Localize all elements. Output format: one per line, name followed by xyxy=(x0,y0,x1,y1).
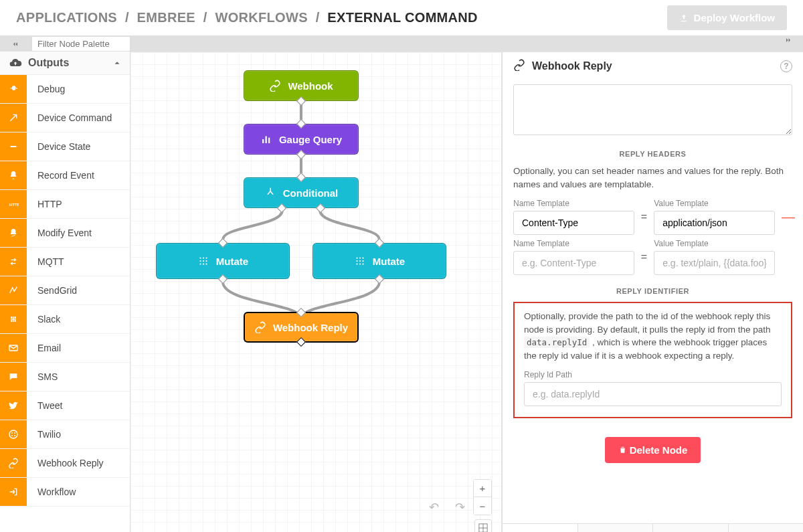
identifier-description: Optionally, provide the path to the id o… xyxy=(524,310,782,362)
svg-rect-0 xyxy=(10,146,16,147)
mail-icon xyxy=(0,334,27,362)
grid-icon xyxy=(354,255,366,267)
deploy-workflow-button[interactable]: Deploy Workflow xyxy=(667,5,787,30)
crumb-app[interactable]: EMBREE xyxy=(137,10,195,25)
delete-node-button[interactable]: Delete Node xyxy=(605,437,701,463)
topbar: APPLICATIONS / EMBREE / WORKFLOWS / EXTE… xyxy=(0,0,803,36)
palette-node-mqtt[interactable]: MQTT xyxy=(0,248,130,276)
section-reply-identifier: REPLY IDENTIFIER xyxy=(513,287,792,295)
palette-node-webhook-reply[interactable]: Webhook Reply xyxy=(0,449,130,478)
svg-point-10 xyxy=(11,432,13,434)
palette-node-debug[interactable]: Debug xyxy=(0,75,130,104)
help-button[interactable]: ? xyxy=(780,60,792,72)
http-icon: HTTP xyxy=(0,190,27,218)
reply-id-path-input[interactable] xyxy=(524,382,782,406)
inspector-panel: Webhook Reply ? REPLY HEADERS Optionally… xyxy=(502,52,803,532)
remove-header-button[interactable]: — xyxy=(782,209,792,225)
svg-point-27 xyxy=(205,263,207,264)
node-mutate-left[interactable]: Mutate xyxy=(156,243,290,279)
redo-button[interactable]: ↷ xyxy=(451,499,469,515)
node-mutate-right[interactable]: Mutate xyxy=(313,243,446,279)
palette-node-workflow[interactable]: Workflow xyxy=(0,478,130,507)
svg-rect-7 xyxy=(11,319,16,319)
header-name-input-1[interactable] xyxy=(513,211,634,235)
palette-node-label: Twilio xyxy=(27,429,61,440)
svg-point-32 xyxy=(359,260,361,262)
node-conditional-label: Conditional xyxy=(283,187,339,199)
palette-node-twilio[interactable]: Twilio xyxy=(0,420,130,449)
tab-storage[interactable]: Storage xyxy=(729,524,804,532)
svg-rect-17 xyxy=(265,137,266,144)
node-conditional[interactable]: Conditional xyxy=(244,177,359,208)
svg-point-33 xyxy=(362,260,363,262)
node-gauge-query[interactable]: Gauge Query xyxy=(244,124,359,155)
palette-node-label: Record Event xyxy=(27,170,94,181)
palette-node-sendgrid[interactable]: SendGrid xyxy=(0,276,130,305)
tab-debug[interactable]: Debug xyxy=(578,524,654,532)
collapse-left-button[interactable] xyxy=(0,36,30,52)
crumb-workflows[interactable]: WORKFLOWS xyxy=(215,10,308,25)
headers-description: Optionally, you can set header names and… xyxy=(513,165,792,191)
reply-body-textarea[interactable] xyxy=(513,84,792,135)
svg-point-36 xyxy=(362,263,363,264)
svg-point-11 xyxy=(14,432,15,434)
breadcrumb: APPLICATIONS / EMBREE / WORKFLOWS / EXTE… xyxy=(16,10,478,25)
swap-icon xyxy=(0,248,27,276)
svg-point-13 xyxy=(14,435,15,436)
node-webhook-reply[interactable]: Webhook Reply xyxy=(244,312,359,343)
palette-node-label: Device State xyxy=(27,141,90,152)
palette-node-tweet[interactable]: Tweet xyxy=(0,391,130,420)
zoom-in-button[interactable]: + xyxy=(474,480,491,497)
collapse-right-button[interactable] xyxy=(773,36,803,44)
filter-node-palette-input[interactable] xyxy=(31,36,130,52)
palette-category-outputs[interactable]: Outputs xyxy=(0,52,130,75)
header-name-input-2[interactable] xyxy=(513,251,634,275)
palette-category-label: Outputs xyxy=(28,57,112,69)
palette-node-slack[interactable]: Slack xyxy=(0,305,130,334)
chat-icon xyxy=(0,363,27,391)
svg-point-23 xyxy=(203,260,204,262)
header-value-input-1[interactable] xyxy=(654,211,775,235)
palette-node-label: SendGrid xyxy=(27,285,77,296)
palette-node-label: Slack xyxy=(27,314,60,325)
palette-node-http[interactable]: HTTPHTTP xyxy=(0,190,130,219)
link-icon xyxy=(0,449,27,477)
svg-rect-18 xyxy=(268,138,270,143)
svg-point-2 xyxy=(11,317,13,319)
header-value-input-2[interactable] xyxy=(654,251,775,275)
node-gauge-label: Gauge Query xyxy=(279,134,342,145)
link-icon xyxy=(254,321,266,333)
route-icon xyxy=(0,276,27,304)
svg-point-26 xyxy=(203,263,204,264)
toolbar-row xyxy=(0,36,803,52)
workflow-canvas[interactable]: Webhook Gauge Query Conditional Mutate M… xyxy=(130,52,502,532)
tab-globals[interactable]: Globals xyxy=(653,524,729,532)
palette-node-device-command[interactable]: Device Command xyxy=(0,104,130,132)
palette-node-email[interactable]: Email xyxy=(0,334,130,363)
tab-properties[interactable]: Properties xyxy=(503,524,578,532)
node-webhook[interactable]: Webhook xyxy=(244,70,359,101)
link-icon xyxy=(269,80,281,92)
grid-icon xyxy=(197,255,209,267)
crumb-applications[interactable]: APPLICATIONS xyxy=(16,10,117,25)
svg-point-12 xyxy=(11,435,13,436)
node-mutate-right-label: Mutate xyxy=(373,256,405,267)
palette-node-modify-event[interactable]: Modify Event xyxy=(0,219,130,248)
crumb-current: EXTERNAL COMMAND xyxy=(327,10,477,25)
grid-toggle-button[interactable] xyxy=(474,519,492,532)
svg-point-9 xyxy=(9,430,17,438)
palette-node-record-event[interactable]: Record Event xyxy=(0,161,130,190)
palette-node-device-state[interactable]: Device State xyxy=(0,132,130,161)
palette-node-label: Device Command xyxy=(27,112,112,123)
palette-node-sms[interactable]: SMS xyxy=(0,363,130,391)
undo-button[interactable]: ↶ xyxy=(425,499,443,515)
upload-icon xyxy=(679,13,689,23)
svg-text:HTTP: HTTP xyxy=(9,203,19,207)
cloud-icon xyxy=(8,56,23,70)
palette-node-label: Workflow xyxy=(27,486,76,497)
node-mutate-left-label: Mutate xyxy=(216,256,248,267)
palette-node-label: HTTP xyxy=(27,199,62,209)
svg-point-22 xyxy=(199,260,201,262)
twitter-icon xyxy=(0,391,27,420)
zoom-out-button[interactable]: − xyxy=(474,497,491,515)
